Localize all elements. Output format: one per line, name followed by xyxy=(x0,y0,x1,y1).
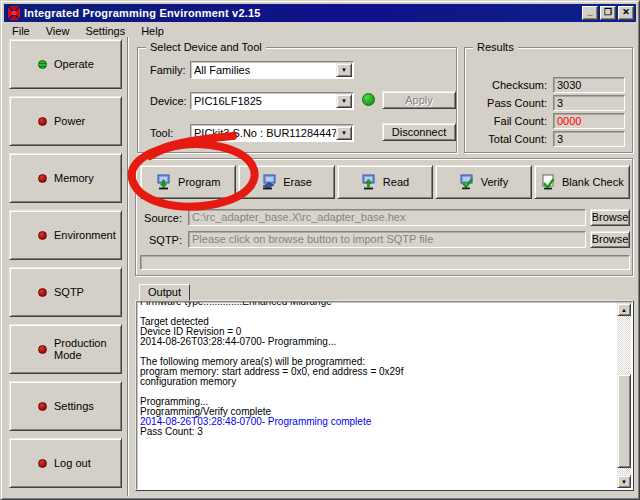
log-line: Device ID Revision = 0 xyxy=(140,327,616,337)
read-label: Read xyxy=(383,176,409,188)
chevron-down-icon[interactable]: ▼ xyxy=(336,126,352,140)
log-line-highlight: 2014-08-26T03:28:48-0700- Programming co… xyxy=(140,417,616,427)
program-label: Program xyxy=(178,176,220,188)
output-scrollbar[interactable]: ▲ ▼ xyxy=(617,303,631,488)
log-line: Programming/Verify complete xyxy=(140,407,616,417)
tab-output[interactable]: Output xyxy=(139,284,190,301)
sidebar-item-label: Operate xyxy=(54,58,94,70)
sidebar-item-sqtp[interactable]: SQTP xyxy=(9,267,122,317)
disconnect-button[interactable]: Disconnect xyxy=(382,123,456,141)
sidebar-item-power[interactable]: Power xyxy=(9,96,122,146)
chevron-down-icon[interactable]: ▼ xyxy=(336,63,352,77)
tool-label: Tool: xyxy=(150,127,173,139)
menu-file[interactable]: File xyxy=(4,24,38,38)
family-value: All Families xyxy=(191,64,336,76)
close-button[interactable]: ✕ xyxy=(618,6,634,20)
log-line: 2014-08-26T03:28:44-0700- Programming... xyxy=(140,337,616,347)
operate-led-icon xyxy=(38,60,47,69)
production-mode-led-icon xyxy=(38,345,47,354)
sidebar-item-production-mode[interactable]: Production Mode xyxy=(9,324,122,374)
device-tool-group-title: Select Device and Tool xyxy=(146,41,266,53)
progress-bar xyxy=(140,255,630,270)
action-button-row: Program Erase Read xyxy=(140,165,630,199)
scroll-up-icon[interactable]: ▲ xyxy=(617,303,631,316)
sidebar-item-operate[interactable]: Operate xyxy=(9,39,122,89)
device-label: Device: xyxy=(150,95,187,107)
log-line: The following memory area(s) will be pro… xyxy=(140,357,616,367)
sidebar-item-label: Settings xyxy=(54,400,94,412)
sqtp-browse-button[interactable]: Browse xyxy=(590,231,630,248)
checksum-label: Checksum: xyxy=(465,79,547,91)
settings-led-icon xyxy=(38,402,47,411)
sqtp-label: SQTP: xyxy=(136,234,182,246)
programming-section: Program Erase Read xyxy=(135,158,633,276)
sidebar-item-settings[interactable]: Settings xyxy=(9,381,122,431)
tool-select[interactable]: PICkit3 S.No : BUR112844475 ▼ xyxy=(190,124,354,142)
log-text: Firmware type..............Enhanced Midr… xyxy=(140,302,616,437)
erase-icon xyxy=(261,174,277,190)
device-value: PIC16LF1825 xyxy=(191,95,336,107)
maximize-button[interactable]: ❐ xyxy=(600,6,616,20)
apply-button[interactable]: Apply xyxy=(382,91,456,109)
sidebar-item-label: SQTP xyxy=(54,286,84,298)
verify-label: Verify xyxy=(481,176,509,188)
erase-button[interactable]: Erase xyxy=(238,165,334,199)
program-button[interactable]: Program xyxy=(140,165,236,199)
sidebar-item-environment[interactable]: Environment xyxy=(9,210,122,260)
output-log[interactable]: Firmware type..............Enhanced Midr… xyxy=(136,301,633,490)
minimize-button[interactable]: _ xyxy=(582,6,598,20)
device-tool-group: Select Device and Tool Family: All Famil… xyxy=(137,47,457,153)
pass-count-label: Pass Count: xyxy=(465,97,547,109)
chevron-down-icon[interactable]: ▼ xyxy=(336,94,352,108)
fail-count-value: 0000 xyxy=(553,113,625,129)
log-line: Programming... xyxy=(140,397,616,407)
device-status-led-icon xyxy=(362,93,375,106)
checksum-value: 3030 xyxy=(553,77,625,93)
scroll-down-icon[interactable]: ▼ xyxy=(617,475,631,488)
program-icon xyxy=(156,174,172,190)
menu-bar: File View Settings Help xyxy=(4,23,636,38)
blank-check-label: Blank Check xyxy=(562,176,624,188)
sidebar-item-memory[interactable]: Memory xyxy=(9,153,122,203)
total-count-label: Total Count: xyxy=(465,133,547,145)
sidebar-divider xyxy=(127,37,129,496)
verify-button[interactable]: Verify xyxy=(435,165,531,199)
log-line xyxy=(140,347,616,357)
total-count-value: 3 xyxy=(553,131,625,147)
sidebar-item-label: Log out xyxy=(54,457,91,469)
window-title: Integrated Programming Environment v2.15 xyxy=(24,7,580,19)
menu-settings[interactable]: Settings xyxy=(77,24,133,38)
log-out-led-icon xyxy=(38,459,47,468)
scrollbar-thumb[interactable] xyxy=(617,374,631,468)
menu-help[interactable]: Help xyxy=(133,24,172,38)
blank-check-button[interactable]: Blank Check xyxy=(534,165,630,199)
erase-label: Erase xyxy=(283,176,312,188)
log-line xyxy=(140,387,616,397)
sqtp-led-icon xyxy=(38,288,47,297)
source-input[interactable]: C:\rc_adapter_base.X\rc_adapter_base.hex xyxy=(188,209,586,226)
menu-view[interactable]: View xyxy=(38,24,78,38)
app-window: Integrated Programming Environment v2.15… xyxy=(0,0,640,500)
read-button[interactable]: Read xyxy=(337,165,433,199)
blank-check-icon xyxy=(540,174,556,190)
family-label: Family: xyxy=(150,64,185,76)
memory-led-icon xyxy=(38,174,47,183)
log-line: configuration memory xyxy=(140,377,616,387)
source-browse-button[interactable]: Browse xyxy=(590,209,630,226)
environment-led-icon xyxy=(38,231,47,240)
title-bar: Integrated Programming Environment v2.15… xyxy=(4,4,636,22)
source-label: Source: xyxy=(136,212,182,224)
tool-value: PICkit3 S.No : BUR112844475 xyxy=(191,127,336,139)
results-group-title: Results xyxy=(473,41,518,53)
log-line: Target detected xyxy=(140,317,616,327)
device-select[interactable]: PIC16LF1825 ▼ xyxy=(190,92,354,110)
fail-count-label: Fail Count: xyxy=(465,115,547,127)
sidebar-item-label: Memory xyxy=(54,172,94,184)
sidebar-item-log-out[interactable]: Log out xyxy=(9,438,122,488)
log-line xyxy=(140,307,616,317)
app-icon xyxy=(7,6,21,20)
read-icon xyxy=(361,174,377,190)
sidebar-item-label: Environment xyxy=(54,229,116,241)
sqtp-input[interactable]: Please click on browse button to import … xyxy=(188,231,586,248)
family-select[interactable]: All Families ▼ xyxy=(190,61,354,79)
